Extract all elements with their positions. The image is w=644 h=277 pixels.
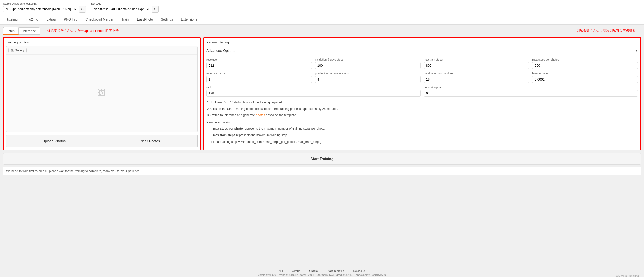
- validation-save-steps-input[interactable]: [315, 62, 421, 69]
- tab-train[interactable]: Train: [117, 15, 133, 24]
- gallery-area[interactable]: 🖼 Gallery 🖼: [6, 46, 198, 132]
- tab-png-info[interactable]: PNG Info: [60, 15, 81, 24]
- vae-row: vae-ft-mse-840000-ema-pruned.ckpt ↻: [91, 6, 159, 13]
- left-panel: Training photos 🖼 Gallery 🖼 Upload Photo…: [3, 37, 201, 150]
- top-bar: Stable Diffusion checkpoint v1-5-pruned-…: [0, 0, 644, 15]
- refresh-icon: ↻: [81, 7, 84, 11]
- start-training-bar[interactable]: Start Training: [3, 153, 641, 165]
- rank-input[interactable]: [206, 90, 421, 97]
- params-grid-row1: resolution validation & save steps max t…: [206, 58, 638, 69]
- placeholder-image-icon: 🖼: [98, 89, 106, 98]
- param-gradient-accumulation: gradient accumulationsteps: [315, 72, 421, 83]
- status-text: We need to train first to predict, pleas…: [6, 169, 140, 173]
- max-steps-per-photos-label: max steps per photos: [532, 58, 638, 61]
- max-train-steps-label: max train steps: [424, 58, 529, 61]
- max-train-steps-input[interactable]: [424, 62, 529, 69]
- footer-gradio-link[interactable]: Gradio: [309, 269, 318, 272]
- bullet-1: max steps per photo represents the maxim…: [210, 126, 638, 132]
- resolution-input[interactable]: [206, 62, 312, 69]
- gallery-badge-label: Gallery: [15, 49, 24, 52]
- vae-select[interactable]: vae-ft-mse-840000-ema-pruned.ckpt: [91, 6, 150, 12]
- footer-startup-profile-link[interactable]: Startup profile: [327, 269, 344, 272]
- footer-links: API • Github • Gradio • Startup profile …: [3, 269, 641, 272]
- tab-txt2img[interactable]: txt2img: [3, 15, 22, 24]
- footer-api-link[interactable]: API: [278, 269, 283, 272]
- checkpoint-section: Stable Diffusion checkpoint v1-5-pruned-…: [3, 2, 86, 13]
- tab-easyphoto[interactable]: EasyPhoto: [133, 15, 157, 24]
- param-validation-save-steps: validation & save steps: [315, 58, 421, 69]
- network-alpha-input[interactable]: [424, 90, 638, 97]
- learning-rate-input[interactable]: [532, 76, 638, 83]
- sub-tab-inference[interactable]: Inference: [19, 27, 40, 35]
- gradient-accumulation-input[interactable]: [315, 76, 421, 83]
- refresh-icon-2: ↻: [154, 7, 157, 11]
- advanced-options-header[interactable]: Advanced Options ▼: [206, 47, 638, 55]
- footer-github-link[interactable]: Github: [292, 269, 300, 272]
- checkpoint-select[interactable]: v1-5-pruned-emaonly.safetensors [6ce0161…: [3, 6, 77, 12]
- params-grid-row3: rank network alpha: [206, 86, 638, 97]
- sub-tabs-row: Train Inference 训练图片放在左边，点击Upload Photos…: [3, 27, 641, 35]
- gallery-badge: 🖼 Gallery: [8, 48, 27, 53]
- two-column-layout: Training photos 🖼 Gallery 🖼 Upload Photo…: [3, 37, 641, 150]
- image-icon: 🖼: [11, 49, 14, 52]
- start-training-label: Start Training: [310, 157, 333, 161]
- chevron-down-icon: ▼: [635, 49, 638, 52]
- validation-save-steps-label: validation & save steps: [315, 58, 421, 61]
- status-bar: We need to train first to predict, pleas…: [3, 167, 641, 175]
- right-panel: Params Setting Advanced Options ▼ resolu…: [203, 37, 641, 150]
- params-grid-row2: train batch size gradient accumulationst…: [206, 72, 638, 83]
- rank-label: rank: [206, 86, 421, 89]
- dataloader-num-workers-label: dataloader num workers: [424, 72, 529, 75]
- bullet-list: max steps per photo represents the maxim…: [206, 126, 638, 145]
- tab-extras[interactable]: Extras: [42, 15, 60, 24]
- param-rank: rank: [206, 86, 421, 97]
- footer-credit: CSDN @Bubblling: [616, 274, 639, 277]
- param-network-alpha: network alpha: [424, 86, 638, 97]
- info-item-3: Switch to Inference and generate photos …: [210, 113, 638, 118]
- checkpoint-refresh-btn[interactable]: ↻: [79, 6, 86, 13]
- train-batch-size-input[interactable]: [206, 76, 312, 83]
- tab-settings[interactable]: Settings: [157, 15, 177, 24]
- info-list: 1. Upload 5 to 10 daily photos of the tr…: [206, 100, 638, 118]
- gradient-accumulation-label: gradient accumulationsteps: [315, 72, 421, 75]
- footer-reload-ui-link[interactable]: Reload UI: [353, 269, 366, 272]
- param-dataloader-num-workers: dataloader num workers: [424, 72, 529, 83]
- tab-img2img[interactable]: img2img: [22, 15, 42, 24]
- vae-section: SD VAE vae-ft-mse-840000-ema-pruned.ckpt…: [91, 2, 159, 13]
- max-steps-per-photos-input[interactable]: [532, 62, 638, 69]
- param-resolution: resolution: [206, 58, 312, 69]
- train-batch-size-label: train batch size: [206, 72, 312, 75]
- nav-tabs: txt2img img2img Extras PNG Info Checkpoi…: [0, 15, 644, 25]
- info-section: 1. Upload 5 to 10 daily photos of the tr…: [206, 100, 638, 145]
- main-content: Train Inference 训练图片放在左边，点击Upload Photos…: [0, 25, 644, 266]
- gallery-label-row: 🖼 Gallery: [6, 46, 197, 55]
- right-annotation: 训练参数在右边，初次训练可以不做调整: [577, 29, 636, 33]
- param-max-steps-per-photos: max steps per photos: [532, 58, 638, 69]
- advanced-options-label: Advanced Options: [206, 49, 235, 53]
- learning-rate-label: learning rate: [532, 72, 638, 75]
- param-train-batch-size: train batch size: [206, 72, 312, 83]
- clear-photos-button[interactable]: Clear Photos: [102, 135, 198, 147]
- tab-extensions[interactable]: Extensions: [177, 15, 201, 24]
- vae-label: SD VAE: [91, 2, 159, 5]
- footer-version: version: v1.6.0 • python: 3.10.12 • torc…: [3, 273, 641, 276]
- upload-photos-button[interactable]: Upload Photos: [6, 135, 102, 147]
- left-annotation: 训练图片放在左边，点击Upload Photos即可上传: [47, 29, 118, 33]
- checkpoint-row: v1-5-pruned-emaonly.safetensors [6ce0161…: [3, 6, 86, 13]
- param-parsing-label: Parameter parsing:: [206, 120, 638, 125]
- params-setting-title: Params Setting: [206, 40, 638, 44]
- info-item-1: 1. Upload 5 to 10 daily photos of the tr…: [210, 100, 638, 105]
- vae-refresh-btn[interactable]: ↻: [152, 6, 159, 13]
- button-row: Upload Photos Clear Photos: [6, 135, 198, 147]
- bullet-2: max train steps represents the maximum t…: [210, 133, 638, 138]
- network-alpha-label: network alpha: [424, 86, 638, 89]
- photos-link: photos: [256, 113, 265, 117]
- checkpoint-label: Stable Diffusion checkpoint: [3, 2, 86, 5]
- info-item-2: Click on the Start Training button below…: [210, 106, 638, 112]
- sub-tab-train[interactable]: Train: [3, 27, 19, 35]
- gallery-placeholder: 🖼: [98, 55, 106, 132]
- dataloader-num-workers-input[interactable]: [424, 76, 529, 83]
- param-learning-rate: learning rate: [532, 72, 638, 83]
- tab-checkpoint-merger[interactable]: Checkpoint Merger: [81, 15, 117, 24]
- bullet-3: Final training step = Min(photo_num * ma…: [210, 139, 638, 145]
